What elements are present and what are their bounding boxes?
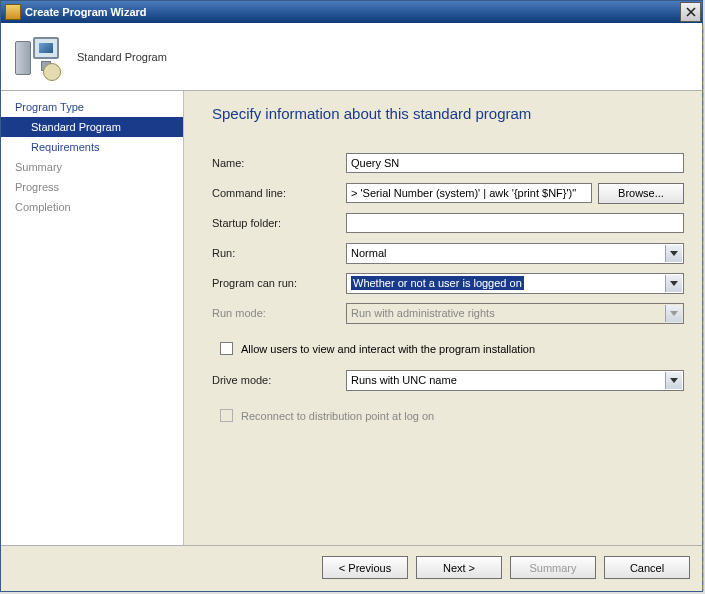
name-input[interactable] xyxy=(346,153,684,173)
canrun-select[interactable]: Whether or not a user is logged on xyxy=(346,273,684,294)
previous-button[interactable]: < Previous xyxy=(322,556,408,579)
drive-select[interactable]: Runs with UNC name xyxy=(346,370,684,391)
titlebar[interactable]: Create Program Wizard xyxy=(1,1,702,23)
drive-select-value: Runs with UNC name xyxy=(351,374,457,386)
reconnect-checkbox xyxy=(220,409,233,422)
cmd-input[interactable] xyxy=(346,183,592,203)
close-icon xyxy=(686,7,696,17)
chevron-down-icon xyxy=(665,275,682,292)
canrun-label: Program can run: xyxy=(212,277,346,289)
nav-requirements[interactable]: Requirements xyxy=(1,137,183,157)
reconnect-label: Reconnect to distribution point at log o… xyxy=(241,410,434,422)
main-panel: Specify information about this standard … xyxy=(184,91,702,545)
next-button[interactable]: Next > xyxy=(416,556,502,579)
runmode-select-value: Run with administrative rights xyxy=(351,307,495,319)
page-title: Specify information about this standard … xyxy=(212,105,684,122)
nav-completion[interactable]: Completion xyxy=(1,197,183,217)
banner-title: Standard Program xyxy=(77,51,167,63)
startup-input[interactable] xyxy=(346,213,684,233)
nav-standard-program[interactable]: Standard Program xyxy=(1,117,183,137)
close-button[interactable] xyxy=(680,2,701,22)
allow-checkbox[interactable] xyxy=(220,342,233,355)
footer: < Previous Next > Summary Cancel xyxy=(1,545,702,591)
run-select[interactable]: Normal xyxy=(346,243,684,264)
runmode-label: Run mode: xyxy=(212,307,346,319)
run-label: Run: xyxy=(212,247,346,259)
sidebar: Program Type Standard Program Requiremen… xyxy=(1,91,184,545)
chevron-down-icon xyxy=(665,372,682,389)
run-select-value: Normal xyxy=(351,247,386,259)
runmode-select: Run with administrative rights xyxy=(346,303,684,324)
window-edge xyxy=(702,25,704,591)
chevron-down-icon xyxy=(665,305,682,322)
drive-label: Drive mode: xyxy=(212,374,346,386)
summary-button: Summary xyxy=(510,556,596,579)
chevron-down-icon xyxy=(665,245,682,262)
browse-button[interactable]: Browse... xyxy=(598,183,684,204)
wizard-window: Create Program Wizard Standard Program P… xyxy=(0,0,703,592)
canrun-select-value: Whether or not a user is logged on xyxy=(351,276,524,290)
allow-label: Allow users to view and interact with th… xyxy=(241,343,535,355)
nav-program-type[interactable]: Program Type xyxy=(1,97,183,117)
computer-icon xyxy=(15,35,59,79)
name-label: Name: xyxy=(212,157,346,169)
nav-summary[interactable]: Summary xyxy=(1,157,183,177)
cancel-button[interactable]: Cancel xyxy=(604,556,690,579)
banner: Standard Program xyxy=(1,23,702,91)
startup-label: Startup folder: xyxy=(212,217,346,229)
cmd-label: Command line: xyxy=(212,187,346,199)
body: Program Type Standard Program Requiremen… xyxy=(1,91,702,545)
app-icon xyxy=(5,4,21,20)
nav-progress[interactable]: Progress xyxy=(1,177,183,197)
window-title: Create Program Wizard xyxy=(25,6,147,18)
